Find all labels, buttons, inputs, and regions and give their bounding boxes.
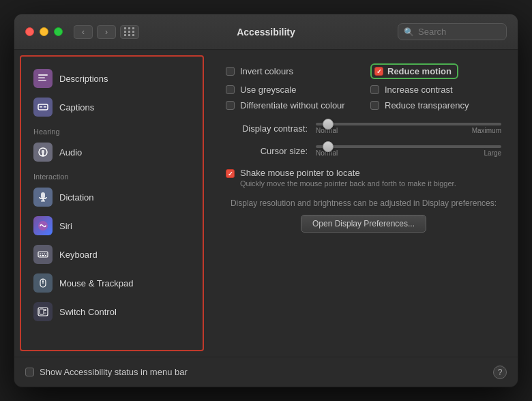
invert-colours-label: Invert colours	[240, 66, 293, 76]
sidebar-item-audio-label: Audio	[59, 147, 82, 158]
shake-mouse-text: Shake mouse pointer to locate Quickly mo…	[240, 168, 456, 188]
use-greyscale-label: Use greyscale	[240, 85, 296, 95]
sidebar: Descriptions Captions Hearing Audio Inte…	[20, 55, 204, 351]
reduce-transparency-label: Reduce transparency	[385, 100, 469, 110]
cursor-size-label: Cursor size:	[226, 146, 308, 156]
help-button[interactable]: ?	[493, 366, 507, 379]
differentiate-colour-label: Differentiate without colour	[240, 100, 345, 110]
cursor-size-slider-container: Normal Large	[316, 145, 501, 157]
svg-rect-7	[42, 153, 44, 155]
cursor-size-section: Cursor size: Normal Large	[226, 145, 501, 157]
cursor-size-max: Large	[484, 149, 501, 157]
sidebar-item-keyboard[interactable]: Keyboard	[27, 241, 197, 268]
svg-rect-16	[44, 254, 45, 255]
grid-button[interactable]	[120, 25, 139, 39]
shake-mouse-title: Shake mouse pointer to locate	[240, 168, 456, 178]
svg-rect-27	[44, 312, 46, 314]
svg-rect-11	[41, 200, 45, 202]
grid-dots-icon	[124, 27, 135, 36]
show-status-checkbox[interactable]	[25, 368, 34, 376]
differentiate-colour-row: Differentiate without colour	[226, 100, 357, 110]
open-display-preferences-button[interactable]: Open Display Preferences...	[301, 215, 426, 233]
window-title: Accessibility	[237, 27, 295, 38]
nav-buttons: ‹ ›	[74, 25, 116, 39]
display-contrast-section: Display contrast: Normal Maximum	[226, 123, 501, 134]
search-box[interactable]: 🔍	[398, 23, 507, 40]
show-status-row: Show Accessibility status in menu bar	[25, 367, 188, 377]
display-contrast-thumb[interactable]	[323, 119, 334, 130]
use-greyscale-row: Use greyscale	[226, 85, 357, 95]
svg-rect-1	[38, 77, 45, 78]
titlebar: ‹ › Accessibility 🔍	[14, 14, 518, 50]
bottom-bar: Show Accessibility status in menu bar ?	[14, 357, 518, 387]
svg-rect-14	[40, 254, 41, 255]
sidebar-item-dictation-label: Dictation	[59, 192, 94, 203]
mouse-trackpad-icon	[33, 273, 53, 293]
svg-rect-20	[46, 254, 47, 255]
captions-icon	[33, 98, 53, 117]
shake-mouse-row: Shake mouse pointer to locate Quickly mo…	[226, 168, 501, 188]
display-contrast-label: Display contrast:	[226, 123, 308, 134]
content-area: Descriptions Captions Hearing Audio Inte…	[14, 50, 518, 357]
close-button[interactable]	[25, 27, 34, 36]
shake-mouse-checkbox[interactable]	[226, 169, 235, 178]
display-contrast-max: Maximum	[472, 127, 501, 134]
options-grid: Invert colours Reduce motion Use greysca…	[226, 63, 501, 110]
svg-point-23	[42, 281, 44, 282]
forward-button[interactable]: ›	[97, 25, 116, 39]
sidebar-item-mouse-trackpad[interactable]: Mouse & Trackpad	[27, 269, 197, 297]
interaction-section-label: Interaction	[27, 167, 197, 183]
svg-rect-8	[42, 155, 44, 155]
reduce-transparency-checkbox[interactable]	[370, 101, 379, 110]
minimize-button[interactable]	[40, 27, 48, 36]
invert-colours-row: Invert colours	[226, 63, 357, 79]
show-status-label: Show Accessibility status in menu bar	[40, 367, 188, 377]
keyboard-icon	[33, 245, 53, 264]
display-note: Display resolution and brightness can be…	[226, 198, 501, 208]
shake-mouse-description: Quickly move the mouse pointer back and …	[240, 179, 456, 188]
invert-colours-checkbox[interactable]	[226, 67, 235, 76]
cursor-size-row: Cursor size: Normal Large	[226, 145, 501, 157]
display-contrast-labels: Normal Maximum	[316, 127, 501, 134]
sidebar-item-dictation[interactable]: Dictation	[27, 183, 197, 211]
cursor-size-labels: Normal Large	[316, 149, 501, 157]
reduce-motion-checkbox[interactable]	[374, 67, 383, 76]
svg-rect-17	[40, 255, 41, 256]
svg-rect-15	[42, 254, 43, 255]
sidebar-item-switch-control[interactable]: Switch Control	[27, 298, 197, 325]
sidebar-item-descriptions[interactable]: Descriptions	[27, 65, 197, 92]
sidebar-item-captions[interactable]: Captions	[27, 93, 197, 121]
sidebar-item-mouse-trackpad-label: Mouse & Trackpad	[59, 278, 133, 288]
sidebar-item-descriptions-label: Descriptions	[59, 74, 108, 84]
sidebar-item-siri[interactable]: Siri	[27, 212, 197, 239]
use-greyscale-checkbox[interactable]	[226, 85, 235, 94]
sidebar-item-audio[interactable]: Audio	[27, 138, 197, 166]
traffic-lights	[25, 27, 63, 36]
increase-contrast-row: Increase contrast	[370, 85, 501, 95]
increase-contrast-checkbox[interactable]	[370, 85, 379, 94]
search-icon: 🔍	[404, 27, 414, 37]
fullscreen-button[interactable]	[54, 27, 63, 36]
svg-rect-2	[38, 80, 46, 81]
sidebar-item-switch-control-label: Switch Control	[59, 307, 117, 317]
sidebar-item-siri-label: Siri	[59, 221, 72, 231]
reduce-motion-row: Reduce motion	[370, 63, 501, 79]
differentiate-colour-checkbox[interactable]	[226, 101, 235, 110]
main-panel: Invert colours Reduce motion Use greysca…	[209, 50, 518, 357]
svg-rect-5	[44, 106, 46, 108]
display-contrast-slider-container: Normal Maximum	[316, 123, 501, 134]
svg-rect-10	[43, 199, 44, 200]
back-button[interactable]: ‹	[74, 25, 93, 39]
sidebar-item-captions-label: Captions	[59, 102, 94, 113]
display-contrast-row: Display contrast: Normal Maximum	[226, 123, 501, 134]
cursor-size-thumb[interactable]	[323, 141, 334, 152]
siri-icon	[33, 216, 53, 235]
increase-contrast-label: Increase contrast	[385, 85, 453, 95]
search-input[interactable]	[418, 27, 501, 37]
svg-rect-25	[40, 309, 44, 314]
hearing-section-label: Hearing	[27, 122, 197, 138]
svg-rect-19	[45, 255, 46, 256]
window: ‹ › Accessibility 🔍	[14, 14, 518, 387]
audio-icon	[33, 143, 53, 162]
cursor-size-track	[316, 145, 501, 148]
